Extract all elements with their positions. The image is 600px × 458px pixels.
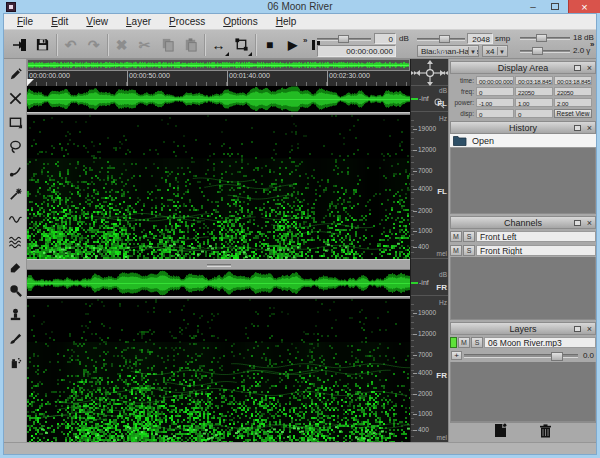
modify-tool[interactable] — [5, 87, 26, 110]
mute-button[interactable]: M — [450, 245, 462, 256]
magic-wand-tool[interactable] — [5, 183, 26, 206]
value-cell[interactable]: -1.00 — [476, 98, 514, 107]
title-bar[interactable]: 06 Moon River – × — [0, 0, 600, 14]
brush-select-tool[interactable] — [5, 159, 26, 182]
layer-name[interactable]: 06 Moon River.mp3 — [484, 337, 596, 348]
waveform-front-left[interactable] — [27, 86, 410, 112]
transform-tool-button[interactable] — [230, 33, 253, 57]
window-function-select[interactable]: Blackman-Harris▼ — [417, 45, 479, 57]
gain-slider[interactable] — [317, 35, 371, 43]
freq-ruler-fr[interactable]: Hz 19000 12000 7000 4000 2000 1000 400 F… — [411, 299, 449, 442]
open-button[interactable] — [8, 33, 31, 57]
float-panel-icon[interactable] — [574, 65, 581, 71]
delete-layer-button[interactable] — [539, 424, 552, 442]
paste-button[interactable] — [179, 33, 202, 57]
menu-help[interactable]: Help — [267, 14, 306, 30]
lasso-select-tool[interactable] — [5, 135, 26, 158]
mute-button[interactable]: M — [458, 337, 470, 348]
new-layer-button[interactable] — [494, 423, 507, 442]
gain-field[interactable]: 0 — [374, 33, 396, 44]
playhead-marker[interactable] — [27, 79, 34, 86]
value-cell[interactable]: 22050 — [515, 87, 553, 96]
close-panel-icon[interactable]: × — [587, 122, 592, 134]
toolbar-chevron-right[interactable]: » — [590, 40, 594, 49]
cut-button[interactable]: ✂ — [133, 33, 156, 57]
layer-row[interactable]: M S 06 Moon River.mp3 — [450, 336, 596, 349]
history-item-open[interactable]: Open — [450, 134, 596, 148]
harmonics-select-tool[interactable] — [5, 231, 26, 254]
close-panel-icon[interactable]: × — [587, 323, 592, 335]
overview-waveform[interactable] — [28, 60, 409, 70]
menu-options[interactable]: Options — [214, 14, 266, 30]
value-cell[interactable]: 2.00 — [554, 98, 592, 107]
value-cell[interactable]: 00:03:18.845 — [515, 76, 553, 85]
save-button[interactable] — [31, 33, 54, 57]
channel-name[interactable]: Front Right — [476, 245, 596, 256]
spray-tool[interactable] — [5, 351, 26, 374]
oversample-select[interactable]: x4▼ — [482, 45, 508, 57]
value-cell[interactable]: 0 — [476, 87, 514, 96]
channels-panel-title[interactable]: Channels × — [450, 216, 596, 229]
time-field[interactable]: 00:00:00.000 — [317, 45, 396, 57]
channel-name[interactable]: Front Left — [476, 231, 596, 242]
spectrogram-canvas-fr[interactable] — [27, 299, 410, 442]
menu-edit[interactable]: Edit — [42, 14, 77, 30]
time-ruler[interactable]: 00:00:00.000 00:00:50.000 00:01:40.000 0… — [27, 71, 410, 86]
solo-button[interactable]: S — [463, 231, 475, 242]
value-cell[interactable]: 00:00:00.000 — [476, 76, 514, 85]
value-cell[interactable]: 0 — [515, 109, 553, 118]
mute-button[interactable]: M — [450, 231, 462, 242]
undo-button[interactable]: ↶ — [59, 33, 82, 57]
menu-view[interactable]: View — [77, 14, 117, 30]
gamma-slider[interactable] — [520, 47, 570, 55]
history-panel-title[interactable]: History × — [450, 121, 596, 134]
maximize-button[interactable] — [544, 0, 566, 13]
fft-size-field[interactable]: 2048 — [467, 33, 493, 44]
layer-color-swatch[interactable] — [450, 337, 457, 348]
spectrogram-canvas-fl[interactable] — [27, 115, 410, 259]
waveform-canvas-fr[interactable] — [27, 270, 410, 296]
menu-process[interactable]: Process — [160, 14, 214, 30]
value-cell[interactable]: 1.00 — [515, 98, 553, 107]
copy-button[interactable] — [156, 33, 179, 57]
reset-view-button[interactable]: Reset View — [554, 109, 592, 118]
play-button[interactable]: ▶ — [281, 33, 304, 57]
menu-layer[interactable]: Layer — [117, 14, 160, 30]
float-panel-icon[interactable] — [574, 220, 581, 226]
layers-panel-title[interactable]: Layers × — [450, 322, 596, 335]
brush-tool[interactable] — [5, 327, 26, 350]
menu-file[interactable]: File — [8, 14, 42, 30]
value-ruler-column[interactable]: dB -inf FL Hz 19000 12000 7000 4000 2000… — [410, 59, 448, 442]
brightness-slider[interactable] — [520, 34, 570, 42]
clone-stamp-tool[interactable] — [5, 303, 26, 326]
waveform-canvas-fl[interactable] — [27, 86, 410, 112]
channel-splitter[interactable] — [27, 259, 410, 270]
pencil-tool[interactable] — [5, 63, 26, 86]
close-button[interactable]: × — [568, 0, 600, 13]
solo-button[interactable]: S — [471, 337, 483, 348]
value-cell[interactable]: 22050 — [554, 87, 592, 96]
value-cell[interactable]: 00:03:18.845 — [554, 76, 592, 85]
move-tool-button[interactable]: ↔ — [207, 33, 230, 57]
display-area-panel-title[interactable]: Display Area × — [450, 61, 596, 74]
spectrogram-front-left[interactable] — [27, 115, 410, 259]
stop-button[interactable]: ■ — [258, 33, 281, 57]
eraser-tool[interactable] — [5, 255, 26, 278]
spectrogram-front-right[interactable] — [27, 299, 410, 442]
expand-layer-button[interactable]: + — [451, 351, 462, 360]
float-panel-icon[interactable] — [574, 125, 581, 131]
close-panel-icon[interactable]: × — [587, 217, 592, 229]
toolbar-chevron-left[interactable]: » — [303, 36, 307, 45]
close-panel-icon[interactable]: × — [587, 62, 592, 74]
fft-size-slider[interactable] — [417, 35, 465, 43]
solo-button[interactable]: S — [463, 245, 475, 256]
minimize-button[interactable]: – — [522, 0, 544, 13]
pan-control[interactable] — [411, 59, 449, 86]
amplify-tool[interactable] — [5, 279, 26, 302]
layer-volume-slider[interactable] — [464, 354, 578, 358]
waveform-front-right[interactable] — [27, 270, 410, 296]
redo-button[interactable]: ↷ — [82, 33, 105, 57]
float-panel-icon[interactable] — [574, 326, 581, 332]
frequency-select-tool[interactable] — [5, 207, 26, 230]
value-cell[interactable]: 0 — [476, 109, 514, 118]
